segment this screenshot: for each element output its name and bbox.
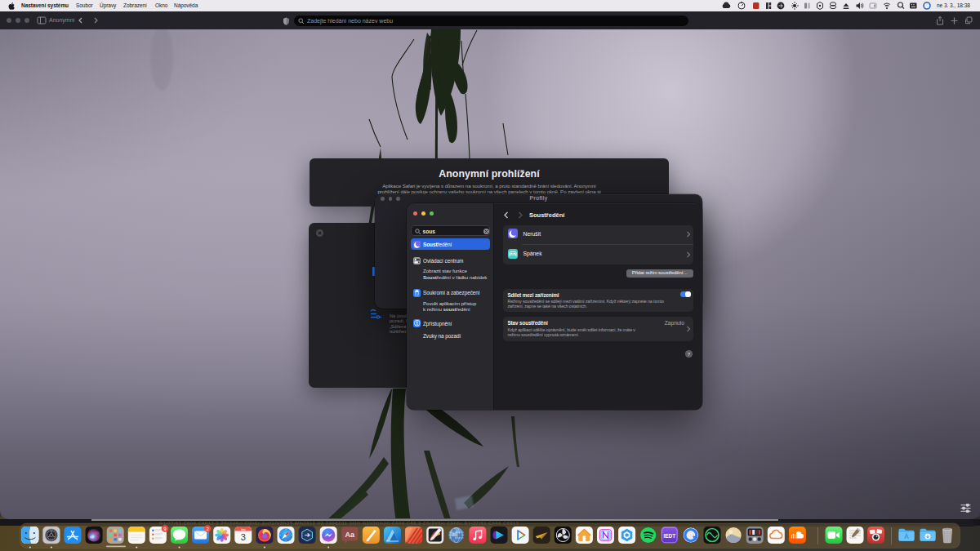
svg-text:IEDT: IEDT [663, 533, 675, 539]
svg-text:úno: úno [241, 528, 246, 531]
svg-text:3: 3 [241, 532, 246, 542]
svg-text:Aa: Aa [345, 531, 355, 539]
